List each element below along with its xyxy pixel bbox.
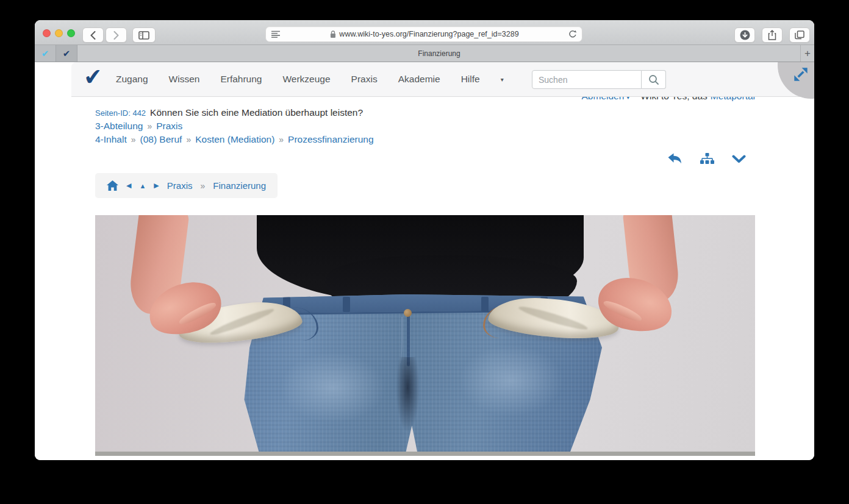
menu-caret-down-icon[interactable]: ▾	[501, 76, 504, 83]
downloads-button[interactable]	[734, 27, 755, 43]
empty-pockets-photo	[95, 215, 755, 452]
sidebar-icon	[138, 31, 149, 40]
forward-button[interactable]	[106, 27, 127, 43]
breadcrumb-link-finanzierung[interactable]: Finanzierung	[213, 180, 266, 191]
menu-item-werkzeuge[interactable]: Werkzeuge	[282, 74, 330, 85]
chevron-down-icon[interactable]	[732, 155, 746, 163]
breadcrumb-bar: ◀ ▲ ▶ Praxis » Finanzierung	[95, 173, 278, 198]
traffic-lights	[43, 29, 75, 37]
crumb-separator: »	[131, 135, 136, 144]
department-row: 3-Abteilung»Praxis	[95, 121, 182, 132]
pinned-tab-2[interactable]: ✔	[56, 45, 77, 62]
site-navbar: ✔ Zugang Wissen Erfahrung Werkzeuge Prax…	[35, 62, 814, 97]
link-beruf[interactable]: (08) Beruf	[140, 134, 182, 144]
main-menu: Zugang Wissen Erfahrung Werkzeuge Praxis…	[116, 62, 504, 96]
triangle-right-icon[interactable]: ▶	[154, 182, 159, 190]
menu-item-praxis[interactable]: Praxis	[351, 74, 378, 85]
page-title: Können Sie sich eine Mediation überhaupt…	[150, 107, 363, 118]
minimize-window-button[interactable]	[55, 29, 63, 37]
breadcrumb-link-praxis[interactable]: Praxis	[167, 180, 193, 191]
pocket-fold	[518, 303, 589, 332]
chevron-left-icon	[90, 31, 96, 40]
link-kosten-mediation[interactable]: Kosten (Mediation)	[195, 134, 274, 144]
url-display: www.wiki-to-yes.org/Finanzierung?page_re…	[281, 30, 568, 38]
belt-loop	[481, 297, 489, 312]
link-prozessfinanzierung[interactable]: Prozessfinanzierung	[288, 134, 373, 144]
worn-denim-highlight	[280, 352, 385, 423]
link-praxis[interactable]: Praxis	[156, 121, 182, 131]
crumb-separator: »	[186, 135, 191, 144]
checkmark-icon: ✔	[63, 48, 71, 59]
content-path-row: 4-Inhalt»(08) Beruf»Kosten (Mediation)»P…	[95, 134, 374, 145]
close-window-button[interactable]	[43, 29, 51, 37]
link-abteilung[interactable]: 3-Abteilung	[95, 121, 143, 131]
expand-arrows-icon	[791, 65, 811, 84]
zoom-window-button[interactable]	[67, 29, 75, 37]
tab-finanzierung[interactable]: Finanzierung	[78, 45, 800, 62]
menu-item-zugang[interactable]: Zugang	[116, 74, 148, 85]
site-search	[532, 70, 666, 89]
address-bar[interactable]: www.wiki-to-yes.org/Finanzierung?page_re…	[265, 26, 582, 42]
browser-titlebar: www.wiki-to-yes.org/Finanzierung?page_re…	[35, 20, 814, 45]
page-action-icons	[667, 152, 746, 165]
browser-window: www.wiki-to-yes.org/Finanzierung?page_re…	[35, 20, 814, 460]
breadcrumb-separator: »	[201, 181, 206, 191]
crumb-separator: »	[279, 135, 284, 144]
site-logo-checkmark[interactable]: ✔	[83, 63, 104, 91]
reader-mode-icon[interactable]	[271, 30, 281, 38]
pinned-tab-1[interactable]: ✔	[35, 45, 56, 62]
page-id-label[interactable]: Seiten-ID: 442	[95, 108, 146, 118]
belt-loop	[343, 297, 350, 312]
tab-overview-button[interactable]	[789, 27, 810, 43]
worn-denim-highlight	[458, 345, 564, 416]
search-input[interactable]	[532, 70, 642, 89]
download-icon	[740, 30, 750, 40]
home-icon[interactable]	[107, 180, 118, 191]
page-content: Abmelden ▾ Wiki to Yes, das Metaportal ✔…	[35, 62, 814, 460]
menu-item-hilfe[interactable]: Hilfe	[461, 74, 480, 85]
new-tab-button[interactable]: +	[800, 45, 814, 62]
back-button[interactable]	[82, 27, 104, 43]
photo-bottom-bar	[95, 452, 755, 456]
refresh-icon[interactable]	[568, 30, 577, 38]
triangle-up-icon[interactable]: ▲	[139, 182, 146, 190]
checkmark-icon: ✔	[41, 48, 49, 59]
tab-title: Finanzierung	[418, 49, 460, 58]
link-inhalt[interactable]: 4-Inhalt	[95, 134, 127, 144]
fingers	[177, 300, 217, 327]
share-button[interactable]	[762, 27, 783, 43]
lock-icon	[330, 30, 336, 38]
inseam-shadow	[396, 357, 420, 433]
page-header-row: Seiten-ID: 442 Können Sie sich eine Medi…	[95, 107, 363, 118]
undo-icon[interactable]	[667, 152, 682, 165]
menu-item-akademie[interactable]: Akademie	[398, 74, 440, 85]
chevron-right-icon	[113, 31, 119, 40]
search-button[interactable]	[642, 70, 666, 89]
fingers	[602, 298, 643, 324]
menu-item-erfahrung[interactable]: Erfahrung	[220, 74, 262, 85]
triangle-left-icon[interactable]: ◀	[126, 182, 131, 190]
search-icon	[648, 74, 659, 85]
tab-bar: ✔ ✔ Finanzierung +	[35, 45, 814, 62]
url-text: www.wiki-to-yes.org/Finanzierung?page_re…	[339, 30, 518, 38]
crumb-separator: »	[147, 121, 152, 131]
sitemap-icon[interactable]	[700, 153, 714, 165]
menu-item-wissen[interactable]: Wissen	[169, 74, 200, 85]
sidebar-toggle-button[interactable]	[132, 27, 156, 43]
plus-icon: +	[804, 48, 811, 60]
share-icon	[768, 30, 776, 40]
tabs-icon	[795, 30, 804, 40]
